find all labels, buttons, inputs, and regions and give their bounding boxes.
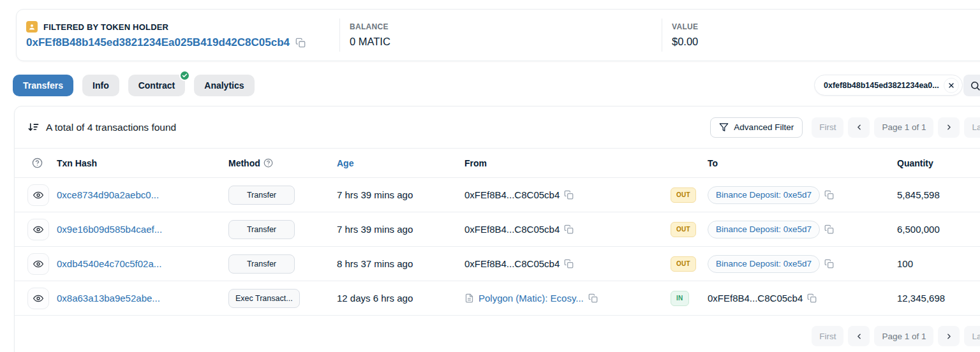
last-page-button[interactable]: Last bbox=[964, 326, 980, 346]
from-address: 0xFEf8B4...C8C05cb4 bbox=[464, 258, 560, 269]
method-badge: Transfer bbox=[228, 254, 295, 274]
last-page-button[interactable]: Last bbox=[964, 117, 980, 138]
address-filter-chip[interactable]: 0xfef8b48b145ed3821234ea0... bbox=[814, 75, 963, 96]
remove-filter-button[interactable] bbox=[944, 78, 959, 93]
txn-hash-link[interactable]: 0x9e16b09d585b4caef... bbox=[57, 224, 162, 235]
tab-analytics[interactable]: Analytics bbox=[194, 75, 254, 96]
age-text: 8 hrs 37 mins ago bbox=[337, 258, 464, 269]
balance-label: BALANCE bbox=[350, 22, 662, 31]
next-page-button[interactable] bbox=[938, 117, 960, 138]
copy-to-button[interactable] bbox=[824, 259, 834, 268]
tab-info[interactable]: Info bbox=[82, 75, 119, 96]
eye-button[interactable] bbox=[27, 253, 49, 275]
value-section: VALUE $0.00 bbox=[662, 22, 980, 48]
next-page-button[interactable] bbox=[938, 326, 960, 346]
copy-from-button[interactable] bbox=[564, 259, 574, 268]
from-address: 0xFEf8B4...C8C05cb4 bbox=[464, 224, 560, 235]
column-header-txn-hash: Txn Hash bbox=[57, 158, 228, 168]
copy-address-button[interactable] bbox=[295, 38, 306, 48]
advanced-filter-label: Advanced Filter bbox=[734, 122, 794, 132]
balance-value: 0 MATIC bbox=[350, 36, 662, 48]
direction-badge-out: OUT bbox=[671, 187, 696, 203]
age-text: 7 hrs 39 mins ago bbox=[337, 224, 464, 235]
sort-descending-icon bbox=[27, 121, 40, 133]
from-address-tag[interactable]: Polygon (Matic): Ecosy... bbox=[479, 293, 584, 304]
filter-section: FILTERED BY TOKEN HOLDER 0xFEf8B48b145ed… bbox=[17, 21, 339, 49]
previous-page-button[interactable] bbox=[848, 117, 870, 138]
method-help-icon bbox=[264, 158, 273, 168]
page-status: Page 1 of 1 bbox=[874, 326, 933, 346]
table-row: 0xce8734d90a2aebc0... Transfer 7 hrs 39 … bbox=[15, 178, 980, 212]
method-badge: Transfer bbox=[228, 186, 295, 205]
quantity-text: 5,845,598 bbox=[897, 189, 980, 200]
direction-badge-in: IN bbox=[671, 291, 689, 306]
balance-section: BALANCE 0 MATIC bbox=[340, 22, 662, 48]
txn-hash-link[interactable]: 0x8a63a13ba9e52abe... bbox=[57, 293, 160, 304]
column-header-age[interactable]: Age bbox=[337, 158, 464, 168]
column-header-method: Method bbox=[228, 158, 260, 168]
first-page-button[interactable]: First bbox=[812, 117, 843, 138]
transactions-summary-text: A total of 4 transactions found bbox=[46, 122, 176, 133]
token-holder-address-link[interactable]: 0xFEf8B48b145ed3821234Ea025B419d42C8C05c… bbox=[26, 36, 290, 49]
pagination-bottom: First Page 1 of 1 Last bbox=[812, 326, 980, 346]
quantity-text: 12,345,698 bbox=[897, 293, 980, 304]
method-badge: Exec Transact... bbox=[228, 289, 300, 308]
tab-contract[interactable]: Contract bbox=[128, 75, 186, 96]
transfers-card: A total of 4 transactions found Advanced… bbox=[14, 106, 980, 352]
value-amount: $0.00 bbox=[672, 36, 980, 48]
tab-contract-label: Contract bbox=[138, 80, 175, 91]
copy-from-button[interactable] bbox=[588, 293, 598, 303]
table-row: 0x9e16b09d585b4caef... Transfer 7 hrs 39… bbox=[15, 212, 980, 247]
tab-bar: Transfers Info Contract Analytics bbox=[13, 75, 255, 96]
column-header-from: From bbox=[464, 158, 671, 168]
txn-hash-link[interactable]: 0xdb4540e4c70c5f02a... bbox=[57, 258, 161, 269]
age-text: 7 hrs 39 mins ago bbox=[337, 189, 464, 200]
advanced-filter-button[interactable]: Advanced Filter bbox=[710, 117, 803, 138]
page-status: Page 1 of 1 bbox=[874, 117, 933, 138]
verified-check-icon bbox=[179, 70, 190, 81]
txn-hash-link[interactable]: 0xce8734d90a2aebc0... bbox=[57, 189, 159, 200]
first-page-button[interactable]: First bbox=[812, 326, 843, 346]
from-address: 0xFEf8B4...C8C05cb4 bbox=[464, 189, 560, 200]
direction-badge-out: OUT bbox=[671, 256, 696, 272]
row-visibility-help-icon bbox=[32, 158, 43, 168]
column-header-to: To bbox=[708, 158, 897, 168]
eye-button[interactable] bbox=[27, 219, 49, 240]
tab-transfers[interactable]: Transfers bbox=[13, 75, 73, 96]
value-label: VALUE bbox=[672, 22, 980, 31]
table-row: 0x8a63a13ba9e52abe... Exec Transact... 1… bbox=[15, 281, 980, 316]
copy-to-button[interactable] bbox=[824, 190, 834, 200]
eye-button[interactable] bbox=[27, 184, 49, 206]
quantity-text: 6,500,000 bbox=[897, 224, 980, 235]
filter-funnel-icon bbox=[719, 122, 729, 132]
filter-chip-text: 0xfef8b48b145ed3821234ea0... bbox=[824, 81, 939, 90]
token-holder-summary-card: FILTERED BY TOKEN HOLDER 0xFEf8B48b145ed… bbox=[16, 9, 980, 61]
to-address-tag[interactable]: Binance Deposit: 0xe5d7 bbox=[708, 221, 820, 238]
search-input[interactable] bbox=[963, 75, 980, 96]
previous-page-button[interactable] bbox=[848, 326, 870, 346]
to-address: 0xFEf8B4...C8C05cb4 bbox=[708, 293, 803, 304]
copy-to-button[interactable] bbox=[807, 293, 817, 303]
contract-file-icon bbox=[464, 293, 474, 303]
search-icon bbox=[970, 80, 980, 91]
copy-from-button[interactable] bbox=[564, 190, 574, 200]
filtered-by-label: FILTERED BY TOKEN HOLDER bbox=[43, 22, 168, 32]
quantity-text: 100 bbox=[897, 258, 980, 269]
to-address-tag[interactable]: Binance Deposit: 0xe5d7 bbox=[708, 255, 820, 273]
eye-button[interactable] bbox=[27, 288, 49, 309]
copy-to-button[interactable] bbox=[824, 224, 834, 234]
table-toolbar: A total of 4 transactions found Advanced… bbox=[15, 106, 980, 149]
token-holder-icon bbox=[26, 21, 38, 33]
table-row: 0xdb4540e4c70c5f02a... Transfer 8 hrs 37… bbox=[15, 247, 980, 281]
age-text: 12 days 6 hrs ago bbox=[337, 293, 464, 304]
method-badge: Transfer bbox=[228, 220, 295, 239]
to-address-tag[interactable]: Binance Deposit: 0xe5d7 bbox=[708, 186, 820, 204]
table-header-row: Txn Hash Method Age From To Quantity bbox=[15, 149, 980, 178]
table-footer: First Page 1 of 1 Last bbox=[15, 316, 980, 346]
direction-badge-out: OUT bbox=[671, 222, 696, 237]
copy-from-button[interactable] bbox=[564, 224, 574, 234]
pagination-top: First Page 1 of 1 Last bbox=[812, 117, 980, 138]
column-header-quantity: Quantity bbox=[897, 158, 980, 168]
